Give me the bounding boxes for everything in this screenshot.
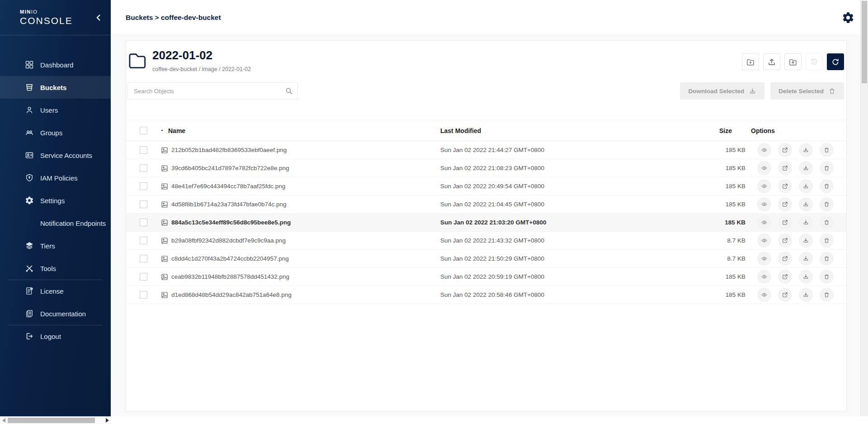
table-row[interactable]: d1ed868d48b54dd29ac842ab751a64e8.png Sun…	[126, 286, 846, 304]
preview-object-button[interactable]	[757, 288, 771, 302]
vertical-scrollbar[interactable]	[860, 0, 868, 416]
table-row[interactable]: 48e41ef7e69c443494cc78b7aaf25fdc.png Sun…	[126, 177, 846, 195]
delete-icon	[823, 147, 830, 153]
delete-object-button[interactable]	[820, 288, 834, 302]
search-input[interactable]	[127, 82, 298, 100]
preview-object-button[interactable]	[757, 161, 771, 175]
share-object-button[interactable]	[778, 161, 792, 175]
sidebar-item-users[interactable]: Users	[0, 99, 111, 121]
sidebar-item-notification-endpoints[interactable]: Notification Endpoints	[0, 212, 111, 234]
logout-icon	[25, 332, 34, 341]
preview-object-button[interactable]	[757, 197, 771, 211]
preview-object-button[interactable]	[757, 143, 771, 157]
sidebar-item-dashboard[interactable]: Dashboard	[0, 53, 111, 76]
horizontal-scrollbar-thumb[interactable]	[8, 418, 95, 423]
row-checkbox[interactable]	[140, 164, 147, 172]
image-file-icon	[161, 201, 168, 208]
download-object-button[interactable]	[799, 197, 813, 211]
sidebar-item-license[interactable]: License	[0, 280, 111, 302]
download-object-button[interactable]	[799, 143, 813, 157]
sidebar-item-tools[interactable]: Tools	[0, 257, 111, 280]
delete-object-button[interactable]	[820, 143, 834, 157]
download-selected-button[interactable]: Download Selected	[680, 82, 764, 100]
object-options	[745, 179, 846, 193]
preview-object-button[interactable]	[757, 270, 771, 284]
sidebar-item-tiers[interactable]: Tiers	[0, 234, 111, 257]
sidebar-item-label: Notification Endpoints	[40, 219, 106, 227]
share-object-button[interactable]	[778, 288, 792, 302]
delete-object-button[interactable]	[820, 197, 834, 211]
table-row[interactable]: ceab9832b11948bfb2887578dd451432.png Sun…	[126, 268, 846, 286]
share-object-button[interactable]	[778, 197, 792, 211]
new-path-button[interactable]	[742, 53, 759, 70]
sidebar-item-groups[interactable]: Groups	[0, 121, 111, 144]
delete-object-button[interactable]	[820, 215, 834, 229]
tools-icon	[25, 264, 34, 273]
download-object-button[interactable]	[799, 161, 813, 175]
delete-selected-button[interactable]: Delete Selected	[770, 82, 844, 100]
sidebar-item-logout[interactable]: Logout	[0, 325, 111, 348]
delete-icon	[823, 165, 830, 172]
sort-asc-icon[interactable]	[160, 128, 165, 133]
column-header-size[interactable]: Size	[646, 127, 745, 134]
row-checkbox[interactable]	[140, 219, 147, 226]
select-all-checkbox[interactable]	[140, 127, 147, 134]
share-object-button[interactable]	[778, 179, 792, 193]
download-object-button[interactable]	[799, 233, 813, 248]
sidebar-item-service-accounts[interactable]: Service Accounts	[0, 144, 111, 167]
preview-object-button[interactable]	[757, 215, 771, 229]
sidebar-item-documentation[interactable]: Documentation	[0, 302, 111, 325]
sidebar-item-settings[interactable]: Settings	[0, 189, 111, 212]
sidebar-item-iam-policies[interactable]: IAM Policies	[0, 167, 111, 189]
delete-object-button[interactable]	[820, 179, 834, 193]
table-row[interactable]: 4d58f8b1b6714a23a73fd47bfae0b74c.png Sun…	[126, 195, 846, 214]
object-last-modified: Sun Jan 02 2022 21:43:32 GMT+0800	[440, 237, 646, 244]
download-object-button[interactable]	[799, 252, 813, 266]
share-object-button[interactable]	[778, 270, 792, 284]
object-name: 48e41ef7e69c443494cc78b7aaf25fdc.png	[171, 183, 285, 190]
share-object-button[interactable]	[778, 143, 792, 157]
row-checkbox[interactable]	[140, 291, 147, 299]
column-header-name[interactable]: Name	[168, 127, 185, 134]
share-object-button[interactable]	[778, 252, 792, 266]
breadcrumb-path: coffee-dev-bucket / image / 2022-01-02	[152, 66, 251, 72]
preview-object-button[interactable]	[757, 179, 771, 193]
table-row[interactable]: 884a5c13c5e34eff89c56d8c95bee8e5.png Sun…	[126, 214, 846, 232]
table-row[interactable]: 39cd6b405bc241d7897e782fcb722e8e.png Sun…	[126, 159, 846, 177]
gear-icon[interactable]	[842, 11, 854, 24]
download-object-button[interactable]	[799, 288, 813, 302]
share-icon	[782, 219, 788, 226]
row-checkbox[interactable]	[140, 273, 147, 281]
row-checkbox[interactable]	[140, 200, 147, 208]
upload-folder-button[interactable]	[784, 53, 802, 70]
table-row[interactable]: c8dd4c1d270f43a2b4724ccbb2204957.png Sun…	[126, 250, 846, 268]
upload-file-button[interactable]	[763, 53, 780, 70]
preview-object-button[interactable]	[757, 252, 771, 266]
sidebar-item-buckets[interactable]: Buckets	[0, 76, 111, 99]
row-checkbox[interactable]	[140, 237, 147, 244]
vertical-scrollbar-thumb[interactable]	[862, 1, 867, 83]
delete-object-button[interactable]	[820, 233, 834, 248]
download-object-button[interactable]	[799, 215, 813, 229]
delete-object-button[interactable]	[820, 161, 834, 175]
download-icon	[802, 183, 809, 190]
column-header-last-modified[interactable]: Last Modified	[440, 127, 646, 134]
row-checkbox[interactable]	[140, 255, 147, 262]
scroll-right-arrow-icon[interactable]	[106, 418, 109, 423]
delete-object-button[interactable]	[820, 252, 834, 266]
refresh-button[interactable]	[827, 53, 844, 70]
horizontal-scrollbar[interactable]	[0, 416, 111, 424]
row-checkbox[interactable]	[140, 146, 147, 154]
table-row[interactable]: b29a08fbf92342d882dcbdf7e9c9c9aa.png Sun…	[126, 232, 846, 250]
row-checkbox[interactable]	[140, 182, 147, 190]
collapse-sidebar-icon[interactable]	[94, 13, 104, 23]
table-row[interactable]: 212b052b1bad482fb8369533ebf0aeef.png Sun…	[126, 141, 846, 159]
download-object-button[interactable]	[799, 270, 813, 284]
download-object-button[interactable]	[799, 179, 813, 193]
share-object-button[interactable]	[778, 233, 792, 248]
share-object-button[interactable]	[778, 215, 792, 229]
rewind-icon	[810, 57, 819, 67]
scroll-left-arrow-icon[interactable]	[2, 418, 5, 423]
preview-object-button[interactable]	[757, 233, 771, 248]
delete-object-button[interactable]	[820, 270, 834, 284]
